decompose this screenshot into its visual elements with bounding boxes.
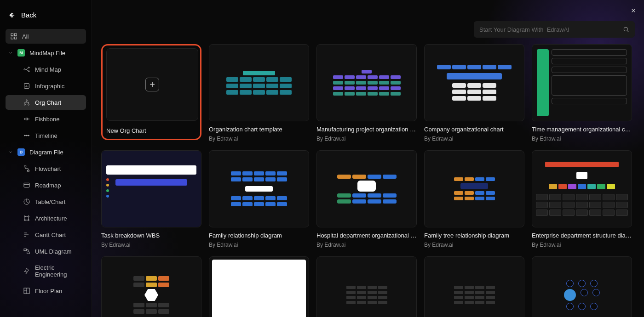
main-content: +New Org Chart Organization chart templa…: [92, 0, 644, 317]
sidebar-item-label: Electric Engineering: [35, 264, 81, 278]
svg-point-22: [28, 220, 29, 221]
search-input[interactable]: [479, 26, 619, 33]
template-title: Manufacturing project organization c...: [316, 126, 417, 133]
sidebar-item-label: Table/Chart: [35, 198, 65, 205]
template-title: Hospital department organizational c...: [316, 232, 417, 239]
new-org-chart-card[interactable]: +New Org Chart: [101, 44, 201, 142]
template-thumbnail: [316, 256, 417, 317]
sidebar-item-floor-plan[interactable]: Floor Plan: [6, 283, 86, 298]
search-bar[interactable]: [474, 21, 635, 38]
svg-rect-15: [24, 166, 26, 167]
svg-point-11: [28, 104, 29, 105]
template-thumbnail: +: [106, 48, 198, 121]
template-card[interactable]: [532, 256, 632, 317]
sidebar-item-label: Infographic: [35, 83, 64, 90]
chevron-down-icon: [8, 150, 13, 154]
table-chart-icon: [23, 198, 30, 205]
sidebar-item-org-chart[interactable]: Org Chart: [6, 95, 86, 110]
mindmap-icon: [23, 66, 30, 73]
template-author: By Edraw.ai: [424, 242, 524, 248]
roadmap-icon: [23, 181, 30, 189]
template-title: Organization chart template: [209, 126, 309, 133]
back-label: Back: [21, 11, 36, 19]
sidebar-item-label: Flowchart: [35, 165, 61, 172]
highlight-outline: +New Org Chart: [101, 44, 201, 140]
svg-rect-3: [11, 37, 13, 39]
template-thumbnail: [209, 256, 309, 317]
svg-point-19: [24, 216, 26, 217]
sidebar-group-diagram[interactable]: D Diagram File: [6, 145, 86, 159]
template-grid-scroll[interactable]: +New Org Chart Organization chart templa…: [92, 38, 644, 317]
sidebar-item-mind-map[interactable]: Mind Map: [6, 62, 86, 77]
close-icon: [630, 7, 637, 14]
sidebar-item-electric-engineering[interactable]: Electric Engineering: [6, 260, 86, 282]
svg-point-7: [28, 71, 29, 72]
svg-rect-23: [24, 249, 26, 251]
template-thumbnail: [532, 150, 632, 227]
timeline-icon: [23, 132, 30, 139]
template-card[interactable]: Family relationship diagramBy Edraw.ai: [209, 150, 309, 248]
sidebar-item-architecture[interactable]: Architecture: [6, 211, 86, 226]
template-card[interactable]: Organization chart templateBy Edraw.ai: [209, 44, 309, 142]
sidebar-item-timeline[interactable]: Timeline: [6, 128, 86, 143]
sidebar-item-roadmap[interactable]: Roadmap: [6, 178, 86, 192]
template-card[interactable]: Enterprise department structure diag...B…: [532, 150, 632, 248]
sidebar-item-gantt-chart[interactable]: Gantt Chart: [6, 227, 86, 242]
svg-point-21: [24, 220, 26, 221]
template-grid: +New Org Chart Organization chart templa…: [101, 44, 635, 317]
svg-rect-1: [11, 34, 13, 36]
sidebar-item-label: Org Chart: [35, 99, 61, 106]
template-author: By Edraw.ai: [316, 242, 417, 248]
electric-icon: [23, 267, 30, 275]
sidebar-item-uml-diagram[interactable]: UML Diagram: [6, 244, 86, 259]
sidebar-item-infographic[interactable]: Infographic: [6, 79, 86, 93]
template-card[interactable]: Company organizational chartBy Edraw.ai: [424, 44, 524, 142]
org-chart-icon: [23, 99, 30, 106]
file-tag-icon: D: [17, 148, 25, 156]
sidebar-item-label: Roadmap: [35, 182, 61, 189]
search-icon: [623, 26, 629, 33]
sidebar-item-all[interactable]: All: [6, 29, 86, 44]
close-button[interactable]: [629, 6, 638, 15]
template-author: By Edraw.ai: [101, 242, 201, 248]
template-thumbnail: [101, 256, 201, 317]
template-card[interactable]: Manufacturing project organization c...B…: [316, 44, 417, 142]
template-thumbnail: [101, 150, 201, 227]
template-card[interactable]: Task breakdown WBSBy Edraw.ai: [101, 150, 201, 248]
template-card[interactable]: [316, 256, 417, 317]
template-card[interactable]: [424, 256, 524, 317]
template-card[interactable]: [209, 256, 309, 317]
sidebar-item-table-chart[interactable]: Table/Chart: [6, 194, 86, 209]
sidebar-group-mindmap[interactable]: M MindMap File: [6, 45, 86, 60]
template-card[interactable]: Family tree relationship diagramBy Edraw…: [424, 150, 524, 248]
floor-plan-icon: [23, 287, 30, 294]
sidebar-item-fishbone[interactable]: Fishbone: [6, 112, 86, 126]
template-card[interactable]: Time management organizational chartBy E…: [532, 44, 632, 142]
sidebar: Back All M MindMap File Mind Map Infogra…: [0, 0, 92, 317]
template-card[interactable]: Hospital department organizational c...B…: [316, 150, 417, 248]
template-title: New Org Chart: [106, 127, 196, 134]
template-title: Time management organizational chart: [532, 126, 632, 133]
sidebar-item-label: Fishbone: [35, 116, 59, 123]
template-author: By Edraw.ai: [209, 136, 309, 142]
sidebar-item-label: Timeline: [35, 132, 58, 139]
template-author: By Edraw.ai: [316, 136, 417, 142]
template-card[interactable]: [101, 256, 201, 317]
svg-point-20: [28, 216, 29, 217]
template-thumbnail: [209, 44, 309, 121]
template-thumbnail: [424, 44, 524, 121]
template-author: By Edraw.ai: [532, 242, 632, 248]
template-title: Enterprise department structure diag...: [532, 232, 632, 239]
template-thumbnail: [209, 150, 309, 227]
template-thumbnail: [316, 44, 417, 121]
infographic-icon: [23, 82, 30, 90]
svg-point-9: [26, 100, 28, 101]
back-button[interactable]: Back: [6, 9, 86, 21]
plus-icon: +: [145, 78, 159, 91]
sidebar-item-label: UML Diagram: [35, 248, 72, 255]
template-thumbnail: [532, 44, 632, 121]
template-thumbnail: [316, 150, 417, 227]
sidebar-item-flowchart[interactable]: Flowchart: [6, 161, 86, 176]
template-author: By Edraw.ai: [209, 242, 309, 248]
sidebar-item-label: Gantt Chart: [35, 232, 66, 238]
